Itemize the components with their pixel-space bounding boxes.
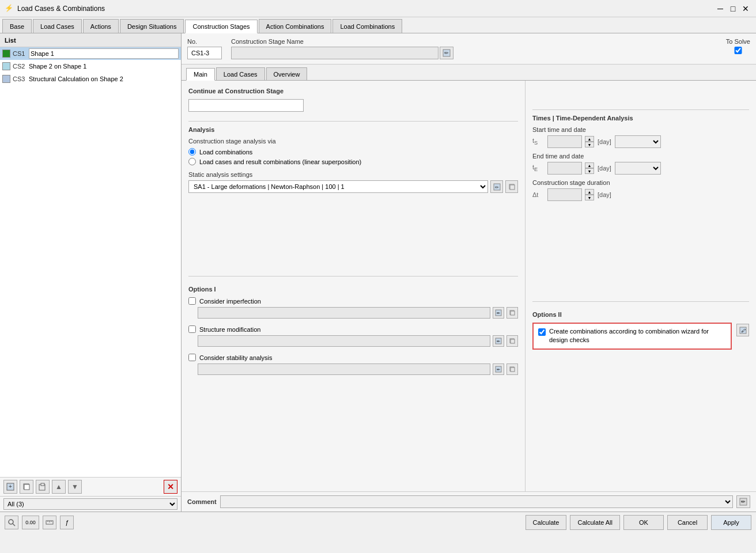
radio-load-combinations[interactable]: Load combinations: [188, 148, 518, 156]
delete-button[interactable]: ✕: [164, 480, 177, 494]
duration-down[interactable]: ▼: [585, 195, 594, 200]
ok-button[interactable]: OK: [623, 515, 664, 530]
end-time-dropdown[interactable]: [615, 162, 661, 175]
name-input[interactable]: [231, 47, 439, 59]
filter-bar: All (3): [0, 496, 181, 512]
imperfection-input[interactable]: [198, 307, 490, 319]
comment-select[interactable]: [220, 495, 733, 508]
copy-button[interactable]: [20, 480, 33, 494]
imperfection-check-row: Consider imperfection: [188, 297, 518, 305]
list-item[interactable]: CS2 Shape 2 on Shape 1: [0, 60, 181, 73]
comment-section: Comment ✏: [182, 491, 756, 512]
duration-unit: [day]: [598, 191, 611, 198]
item-name-cs3: Structural Calculation on Shape 2: [29, 75, 179, 82]
maximize-button[interactable]: □: [727, 3, 739, 14]
options-i-section: Options I Consider imperfection ✏: [188, 281, 518, 375]
item-name-input-cs1[interactable]: [29, 48, 179, 59]
tab-action-combinations[interactable]: Action Combinations: [259, 19, 332, 33]
continue-label: Continue at Construction Stage: [188, 88, 518, 94]
left-panel: List CS1 CS2 Shape 2 on Shape 1 CS3 Stru…: [0, 33, 182, 512]
ruler-btn[interactable]: [43, 516, 56, 529]
options-ii-edit-btn[interactable]: 🖊: [736, 324, 749, 336]
right-main-content: Times | Time-Dependent Analysis Start ti…: [526, 81, 756, 491]
to-solve-checkbox[interactable]: [726, 47, 750, 54]
end-time-input[interactable]: [547, 162, 582, 175]
structure-mod-input[interactable]: [198, 335, 490, 347]
tab-design-situations[interactable]: Design Situations: [120, 19, 184, 33]
svg-rect-19: [511, 339, 515, 343]
cancel-button[interactable]: Cancel: [667, 515, 708, 530]
comment-edit-btn[interactable]: ✏: [736, 495, 750, 508]
minimize-button[interactable]: ─: [715, 3, 726, 14]
structure-mod-copy-btn[interactable]: [506, 335, 518, 347]
name-edit-button[interactable]: ✏: [440, 47, 453, 59]
radio-load-cases[interactable]: Load cases and result combinations (line…: [188, 158, 518, 165]
end-time-up[interactable]: ▲: [585, 162, 594, 168]
start-time-up[interactable]: ▲: [585, 136, 594, 142]
item-label-cs2: CS2: [13, 63, 27, 70]
stability-check-row: Consider stability analysis: [188, 354, 518, 361]
continue-dropdown[interactable]: [188, 99, 304, 112]
end-time-spinner: ▲ ▼: [585, 162, 594, 174]
paste-button[interactable]: [36, 480, 50, 494]
radio-lc-input[interactable]: [188, 148, 196, 156]
ts-symbol: tS: [532, 137, 544, 146]
structure-mod-edit-btn[interactable]: ✏: [493, 335, 504, 347]
radio-lcrc-input[interactable]: [188, 158, 196, 165]
create-combinations-box: Create combinations according to combina…: [532, 323, 732, 350]
duration-up[interactable]: ▲: [585, 189, 594, 195]
svg-text:🖊: 🖊: [740, 328, 745, 333]
move-up-button[interactable]: ▲: [52, 480, 66, 494]
end-time-down[interactable]: ▼: [585, 168, 594, 174]
calculate-button[interactable]: Calculate: [526, 515, 567, 530]
sa-edit-btn[interactable]: ✏: [490, 180, 503, 193]
svg-text:✏: ✏: [444, 50, 449, 56]
analysis-section: Analysis Construction stage analysis via…: [188, 126, 518, 193]
structure-mod-checkbox[interactable]: [188, 325, 196, 333]
tab-load-cases[interactable]: Load Cases: [216, 67, 265, 80]
stability-checkbox[interactable]: [188, 354, 196, 361]
tab-base[interactable]: Base: [2, 19, 32, 33]
function-btn[interactable]: ƒ: [60, 516, 74, 529]
svg-rect-5: [41, 483, 44, 486]
imperfection-edit-btn[interactable]: ✏: [493, 307, 504, 319]
search-btn[interactable]: [5, 516, 18, 529]
start-time-input[interactable]: [547, 135, 582, 148]
right-spacer-mid: [532, 204, 749, 297]
list-item[interactable]: CS1: [0, 47, 181, 60]
stability-copy-btn[interactable]: [506, 363, 518, 375]
stability-input[interactable]: [198, 363, 490, 375]
tab-load-combinations[interactable]: Load Combinations: [332, 19, 402, 33]
tab-overview[interactable]: Overview: [266, 67, 308, 80]
svg-text:✏: ✏: [741, 499, 746, 505]
imperfection-copy-btn[interactable]: [506, 307, 518, 319]
tab-main[interactable]: Main: [186, 68, 215, 81]
create-combinations-checkbox[interactable]: [538, 328, 546, 336]
app-icon: ⚡: [5, 4, 14, 13]
start-time-down[interactable]: ▼: [585, 142, 594, 147]
window-controls: ─ □ ✕: [715, 3, 751, 14]
sa-select[interactable]: SA1 - Large deformations | Newton-Raphso…: [188, 180, 488, 193]
imperfection-checkbox[interactable]: [188, 297, 196, 305]
svg-rect-15: [511, 311, 515, 315]
tab-loadcases[interactable]: Load Cases: [33, 19, 82, 33]
stability-edit-btn[interactable]: ✏: [493, 363, 504, 375]
start-time-dropdown[interactable]: [615, 135, 661, 148]
list-item[interactable]: CS3 Structural Calculation on Shape 2: [0, 73, 181, 85]
stability-label: Consider stability analysis: [199, 354, 273, 361]
value-btn[interactable]: 0.00: [22, 516, 39, 529]
no-field-group: No. CS1-3: [187, 38, 222, 59]
tab-actions[interactable]: Actions: [83, 19, 119, 33]
static-analysis-label: Static analysis settings: [188, 171, 518, 178]
filter-select[interactable]: All (3): [3, 498, 177, 510]
calculate-all-button[interactable]: Calculate All: [570, 515, 620, 530]
item-label-cs3: CS3: [13, 75, 27, 82]
imperfection-input-row: ✏: [198, 307, 518, 319]
duration-input[interactable]: [547, 188, 582, 201]
tab-construction-stages[interactable]: Construction Stages: [185, 20, 257, 33]
add-button[interactable]: +: [3, 480, 17, 494]
apply-button[interactable]: Apply: [711, 515, 751, 530]
close-button[interactable]: ✕: [740, 3, 751, 14]
move-down-button[interactable]: ▼: [68, 480, 82, 494]
sa-copy-btn[interactable]: [505, 180, 518, 193]
